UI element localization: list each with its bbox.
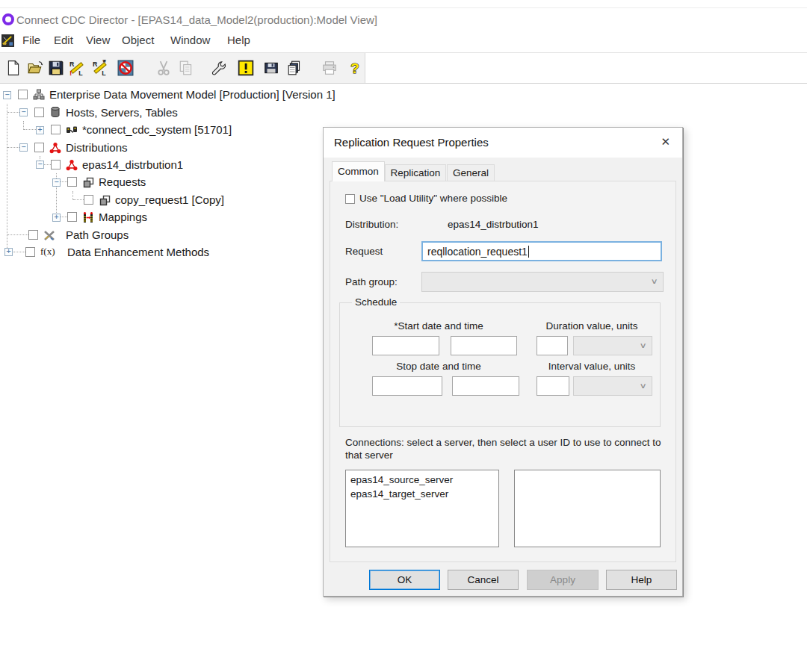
document-system-icon[interactable] — [1, 34, 14, 47]
window-title: Connect CDC Director - [EPAS14_data_Mode… — [16, 13, 377, 26]
collapse-expander[interactable]: − — [19, 108, 28, 116]
tab-general[interactable]: General — [447, 164, 495, 181]
tree-item-path-groups[interactable]: Path Groups — [66, 228, 129, 241]
toolbar-panel: RL! RL* ? — [0, 53, 365, 83]
schedule-legend: Schedule — [352, 296, 400, 308]
new-document-icon[interactable] — [4, 59, 22, 77]
distribution-icon — [66, 159, 78, 171]
request-input[interactable]: reqllocation_request1 — [421, 241, 662, 261]
tree-item-connect-cdc-system[interactable]: *connect_cdc_system [51701] — [82, 123, 232, 136]
collapse-expander[interactable]: − — [52, 178, 61, 187]
common-tab-page: Use "Load Utility" where possible Distri… — [330, 181, 676, 562]
svg-text:R: R — [69, 60, 75, 68]
tools-icon[interactable] — [210, 59, 228, 77]
open-model-icon[interactable] — [26, 59, 44, 77]
menu-help[interactable]: Help — [227, 34, 250, 46]
start-time-input[interactable] — [451, 336, 517, 355]
menu-object[interactable]: Object — [122, 34, 154, 46]
save-all-icon[interactable] — [262, 59, 280, 77]
mapping-icon — [82, 211, 94, 223]
stop-time-input[interactable] — [452, 376, 519, 396]
close-icon[interactable]: ✕ — [661, 135, 670, 149]
tree-checkbox[interactable] — [51, 125, 61, 134]
apply-button: Apply — [527, 570, 599, 590]
tab-replication[interactable]: Replication — [385, 164, 446, 181]
help-icon[interactable]: ? — [346, 59, 364, 77]
copy-pages-icon[interactable] — [286, 59, 304, 77]
connections-instructions: Connections: select a server, then selec… — [345, 436, 675, 461]
window-top-edge — [0, 7, 807, 8]
path-group-dropdown[interactable]: ∨ — [421, 272, 664, 292]
edit-rsl-icon[interactable]: RL! — [68, 59, 86, 77]
tree-checkbox[interactable] — [28, 230, 38, 240]
menu-file[interactable]: File — [22, 34, 40, 46]
load-utility-label: Use "Load Utility" where possible — [359, 193, 507, 204]
interval-units-dropdown[interactable]: ∨ — [573, 376, 652, 396]
fx-icon: f(x) — [40, 246, 55, 258]
chevron-down-icon: ∨ — [639, 382, 646, 390]
tree-checkbox[interactable] — [51, 160, 61, 169]
tree-item-epas14-distrbution1[interactable]: epas14_distrbution1 — [82, 158, 183, 171]
tab-common[interactable]: Common — [332, 161, 385, 181]
duration-units-dropdown[interactable]: ∨ — [573, 336, 652, 355]
tree-item-copy-request1[interactable]: copy_request1 [Copy] — [115, 193, 224, 206]
tree-checkbox[interactable] — [34, 143, 44, 152]
expand-expander[interactable]: + — [36, 126, 44, 134]
toolbar: RL! RL* ? — [0, 52, 807, 84]
tree-item-hosts-servers-tables[interactable]: Hosts, Servers, Tables — [66, 106, 178, 119]
svg-text:!: ! — [69, 69, 72, 76]
tree-checkbox[interactable] — [67, 177, 77, 187]
start-date-input[interactable] — [372, 336, 439, 355]
duration-value-input[interactable] — [537, 336, 568, 355]
start-datetime-label: *Start date and time — [364, 320, 513, 332]
collapse-expander[interactable]: − — [36, 161, 44, 169]
expand-expander[interactable]: + — [52, 214, 61, 222]
server-list-item[interactable]: epas14_target_server — [350, 487, 494, 501]
server-list-item[interactable]: epas14_source_server — [350, 473, 494, 487]
print-icon[interactable] — [321, 59, 338, 77]
tree-item-enterprise-model[interactable]: Enterprise Data Movement Model [Producti… — [49, 88, 336, 101]
validate-warning-icon[interactable] — [237, 59, 255, 77]
tree-connector-stub — [7, 234, 28, 235]
tree-connector-line — [7, 104, 7, 252]
tree-connector-stub — [24, 129, 36, 130]
tree-item-distributions[interactable]: Distributions — [66, 141, 128, 154]
tree-checkbox[interactable] — [25, 247, 35, 257]
path-group-label: Path group: — [345, 276, 398, 287]
tree-connector-stub — [13, 252, 25, 252]
save-model-icon[interactable] — [47, 59, 65, 77]
tree-connector-stub — [73, 199, 84, 200]
expand-expander[interactable]: + — [4, 248, 13, 256]
copy-icon[interactable] — [177, 59, 195, 77]
duration-label: Duration value, units — [521, 320, 663, 332]
app-window: { "window": { "title": "Connect CDC Dire… — [0, 0, 807, 672]
tree-checkbox[interactable] — [84, 195, 93, 205]
request-label: Request — [345, 246, 383, 257]
interval-value-input[interactable] — [537, 376, 569, 396]
tree-item-mappings[interactable]: Mappings — [99, 211, 147, 223]
collapse-expander[interactable]: − — [3, 91, 11, 99]
new-rsl-icon[interactable]: RL* — [91, 59, 109, 77]
help-button[interactable]: Help — [606, 570, 677, 590]
system-icon — [66, 124, 78, 136]
dialog-titlebar: Replication Request Properties ✕ — [324, 128, 682, 158]
load-utility-checkbox[interactable] — [345, 194, 355, 204]
cut-icon[interactable] — [155, 59, 173, 77]
model-icon — [33, 89, 45, 101]
no-load-utility-icon[interactable] — [117, 59, 134, 77]
cancel-button[interactable]: Cancel — [448, 570, 519, 590]
tree-item-requests[interactable]: Requests — [99, 175, 146, 188]
servers-listbox[interactable]: epas14_source_server epas14_target_serve… — [345, 470, 499, 547]
stop-date-input[interactable] — [372, 376, 442, 396]
tree-checkbox[interactable] — [67, 212, 77, 222]
menu-window[interactable]: Window — [170, 34, 210, 46]
tree-checkbox[interactable] — [34, 108, 44, 117]
user-ids-listbox[interactable] — [514, 470, 661, 547]
tree-checkbox[interactable] — [18, 90, 28, 99]
interval-label: Interval value, units — [521, 361, 663, 372]
menu-edit[interactable]: Edit — [54, 34, 73, 46]
tree-item-data-enhancement-methods[interactable]: Data Enhancement Methods — [67, 246, 209, 258]
ok-button[interactable]: OK — [369, 570, 440, 590]
menu-view[interactable]: View — [86, 34, 110, 46]
collapse-expander[interactable]: − — [19, 143, 28, 152]
